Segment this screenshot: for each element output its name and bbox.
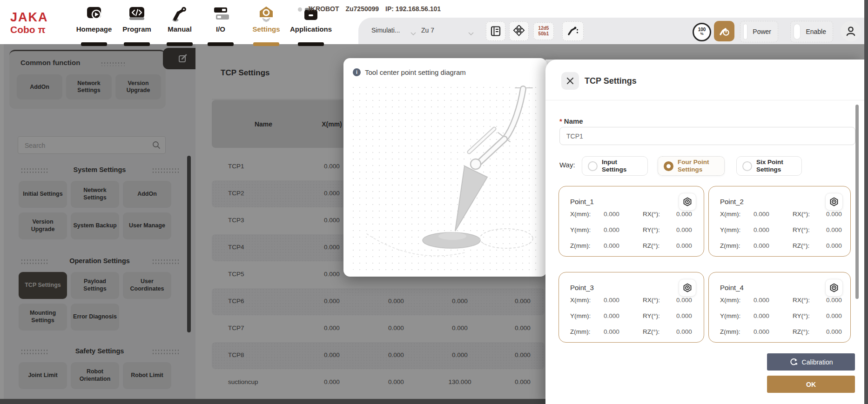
table-row-tcp6[interactable]: TCP60.0000.0000.0000.000 [212, 288, 545, 315]
power-toggle[interactable]: Power [740, 21, 778, 42]
sidebar-item-payload-settings[interactable]: Payload Settings [71, 272, 119, 299]
record-position-button[interactable] [825, 193, 843, 211]
nav-io[interactable]: I/O [199, 5, 242, 44]
field-label: RY(°): [643, 312, 660, 319]
way-option-four-point-settings[interactable]: Four PointSettings [658, 156, 725, 176]
robot-drag-icon [567, 26, 579, 37]
mode-dropdown[interactable]: Simulati... [371, 26, 400, 34]
field-value: 0.000 [676, 328, 692, 335]
panel-scrollbar[interactable] [855, 105, 859, 299]
way-option-input-settings[interactable]: InputSettings [582, 156, 648, 176]
way-text: Settings [602, 166, 626, 173]
radio-icon [742, 161, 752, 171]
popup-title: Tool center point setting diagram [365, 68, 466, 76]
table-row-tcp7[interactable]: TCP70.0000.0000.0000.000 [212, 315, 545, 342]
sidebar-item-error-diagnosis[interactable]: Error Diagnosis [71, 304, 119, 331]
common-function-title: Common function [20, 59, 80, 66]
ok-button[interactable]: OK [767, 376, 855, 393]
field-label: Y(mm): [720, 312, 740, 319]
robot-ip: IP: 192.168.56.101 [385, 5, 441, 13]
sidebar-item-user-manage[interactable]: User Manage [123, 212, 171, 239]
way-text: Settings [756, 166, 783, 173]
nav-homepage[interactable]: Homepage [73, 5, 115, 44]
calibration-button[interactable]: Calibration [767, 353, 855, 371]
record-position-button[interactable] [679, 193, 696, 211]
nav-program[interactable]: Program [115, 5, 158, 44]
nav-indicator [124, 42, 150, 46]
sidebar-item-robot-limit[interactable]: Robot Limit [123, 362, 171, 389]
jaka-logo: JAKA Cobo π [10, 11, 48, 34]
common-button-version-upgrade[interactable]: Version Upgrade [115, 74, 161, 99]
field-label: Z(mm): [720, 328, 740, 335]
field-value: 0.000 [826, 242, 842, 249]
user-account-button[interactable] [841, 21, 861, 41]
homepage-icon [85, 6, 103, 24]
field-value: 0.000 [754, 312, 769, 319]
search-icon [152, 141, 161, 151]
field-label: Z(mm): [570, 328, 590, 335]
record-position-button[interactable] [679, 279, 696, 297]
common-button-addon[interactable]: AddOn [17, 74, 62, 99]
robot-serial: Zu7250099 [345, 5, 379, 13]
nav-manual[interactable]: Manual [158, 5, 201, 44]
field-label: RX(°): [643, 297, 660, 304]
robot-model-dropdown[interactable]: Zu 7 [421, 26, 434, 34]
record-position-button[interactable] [825, 279, 843, 297]
record-position-icon [683, 197, 692, 206]
coordinate-system-button[interactable] [509, 21, 529, 41]
point-card-4: Point_4 X(mm):0.000 RX(°):0.000 Y(mm):0.… [708, 272, 851, 343]
sidebar-item-version-upgrade[interactable]: Version Upgrade [19, 212, 67, 239]
record-position-icon [829, 283, 839, 292]
close-button[interactable] [561, 72, 579, 90]
field-label: RZ(°): [793, 242, 809, 249]
field-value: 0.000 [754, 297, 769, 304]
robot-name: JKROBOT [307, 5, 339, 13]
table-row-tcp8[interactable]: TCP80.0000.0000.0000.000 [212, 342, 545, 369]
sidebar-item-robot-orientation[interactable]: Robot Orientation [71, 362, 119, 389]
way-option-six-point-settings[interactable]: Six PointSettings [736, 156, 802, 176]
sidebar-item-joint-limit[interactable]: Joint Limit [19, 362, 67, 389]
point-card-3: Point_3 X(mm):0.000 RX(°):0.000 Y(mm):0.… [558, 272, 704, 343]
field-value: 0.000 [676, 242, 692, 249]
program-icon [128, 6, 146, 24]
point-card-2: Point_2 X(mm):0.000 RX(°):0.000 Y(mm):0.… [708, 186, 851, 257]
table-row-suctioncup[interactable]: suctioncup0.0000.000130.0000.000 [212, 369, 545, 396]
badge-line2: 50b1 [538, 31, 549, 37]
divider [545, 100, 864, 100]
dots-decoration [20, 349, 47, 355]
settings-icon [257, 6, 275, 24]
enable-toggle[interactable]: Enable [790, 21, 833, 42]
drag-mode-button[interactable] [562, 21, 584, 41]
log-button[interactable] [486, 21, 505, 41]
firmware-badge[interactable]: 12d5 50b1 [533, 22, 554, 40]
record-position-icon [683, 283, 692, 292]
field-value: 0.000 [826, 211, 842, 218]
search-input[interactable] [24, 140, 147, 151]
nav-settings[interactable]: Settings [245, 5, 288, 44]
chevron-down-icon [468, 29, 474, 38]
window-edge-scrollbar[interactable] [864, 0, 868, 404]
sidebar-item-user-coordinates[interactable]: User Coordinates [123, 272, 171, 299]
speed-gauge[interactable]: 100 % [693, 23, 711, 41]
tcp-diagram-image [350, 84, 540, 270]
sidebar-item-addon[interactable]: AddOn [123, 181, 171, 208]
tcp-settings-panel: TCP Settings *Name Way: InputSettings Fo… [545, 60, 864, 404]
logo-line2: Cobo π [10, 25, 48, 34]
sidebar-item-network-settings[interactable]: Network Settings [71, 181, 119, 208]
sidebar-item-initial-settings[interactable]: Initial Settings [19, 181, 67, 208]
sidebar-search [18, 136, 166, 154]
field-value: 0.000 [676, 312, 692, 319]
tcp-name-input[interactable] [559, 127, 855, 145]
sidebar-item-mounting-settings[interactable]: Mounting Settings [19, 304, 67, 331]
robot-power-button[interactable] [714, 21, 734, 41]
common-button-network-settings[interactable]: Network Settings [66, 74, 112, 99]
field-label: RY(°): [643, 226, 660, 233]
field-label: RX(°): [793, 297, 810, 304]
sidebar-scrollbar[interactable] [187, 156, 191, 332]
field-label: RY(°): [793, 226, 810, 233]
sidebar-item-tcp-settings[interactable]: TCP Settings [19, 272, 67, 299]
field-value: 0.000 [826, 328, 842, 335]
log-icon [490, 26, 501, 37]
sidebar-item-system-backup[interactable]: System Backup [71, 212, 119, 239]
nav-label: Homepage [73, 25, 115, 33]
